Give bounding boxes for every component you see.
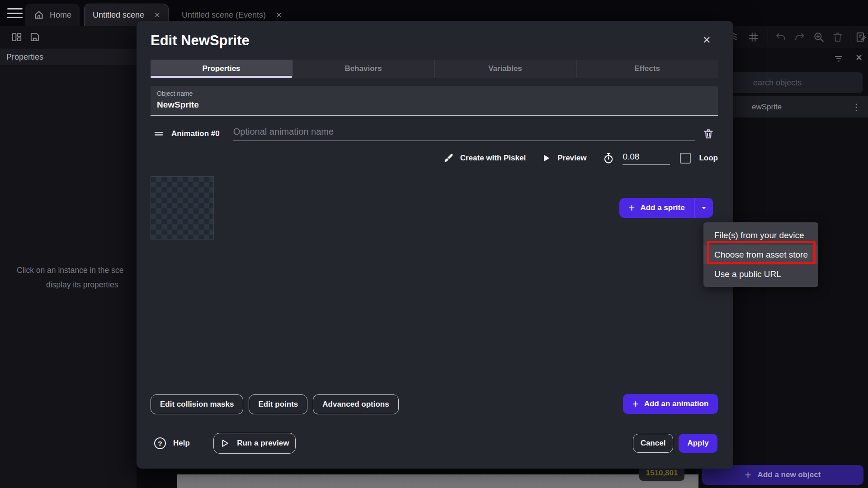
add-sprite-dropdown-toggle[interactable] bbox=[694, 198, 713, 218]
menu-item-use-public-url[interactable]: Use a public URL bbox=[703, 264, 818, 284]
create-with-piskel-button[interactable]: Create with Piskel bbox=[443, 153, 526, 164]
advanced-options-button[interactable]: Advanced options bbox=[313, 394, 398, 414]
plus-icon: + bbox=[745, 469, 751, 481]
events-editor-icon[interactable] bbox=[855, 31, 867, 43]
add-a-sprite-label: Add a sprite bbox=[640, 203, 684, 212]
tab-events-label: Untitled scene (Events) bbox=[182, 10, 266, 20]
object-list-item-label: ewSprite bbox=[752, 103, 782, 112]
redo-icon[interactable] bbox=[794, 31, 806, 43]
close-tab-icon[interactable]: ✕ bbox=[276, 11, 282, 19]
loop-label: Loop bbox=[699, 154, 718, 163]
frame-duration-input[interactable] bbox=[623, 152, 670, 165]
object-name-field: Object name bbox=[151, 86, 718, 116]
plus-icon: + bbox=[632, 398, 639, 410]
dialog-tabs: Properties Behaviors Variables Effects bbox=[151, 60, 718, 78]
play-outline-icon bbox=[220, 438, 230, 448]
drag-handle-icon[interactable] bbox=[153, 128, 164, 139]
animation-name-input[interactable] bbox=[233, 127, 695, 141]
chevron-down-icon bbox=[700, 204, 708, 212]
close-tab-icon[interactable]: ✕ bbox=[154, 11, 160, 19]
apply-button[interactable]: Apply bbox=[679, 434, 717, 453]
preview-label: Preview bbox=[557, 154, 586, 163]
animation-tools-row: Create with Piskel Preview Loop bbox=[151, 149, 718, 167]
animation-row: Animation #0 bbox=[151, 125, 718, 143]
add-new-object-label: Add a new object bbox=[758, 470, 821, 479]
tab-variables-label: Variables bbox=[488, 64, 522, 73]
menu-item-files-from-device[interactable]: File(s) from your device bbox=[703, 225, 818, 245]
home-icon bbox=[33, 9, 44, 20]
help-button[interactable]: ? Help bbox=[154, 437, 190, 449]
close-dialog-icon[interactable]: ✕ bbox=[703, 34, 711, 46]
help-label: Help bbox=[173, 439, 190, 448]
search-objects-input[interactable] bbox=[713, 72, 863, 93]
active-tab-underline bbox=[151, 76, 292, 78]
gdevelop-app: Home Untitled scene ✕ Untitled scene (Ev… bbox=[0, 0, 868, 488]
properties-panel-title: Properties bbox=[0, 49, 137, 65]
sprite-frame-placeholder bbox=[151, 176, 214, 239]
stopwatch-icon bbox=[603, 152, 614, 164]
edit-collision-masks-button[interactable]: Edit collision masks bbox=[151, 394, 243, 414]
loop-checkbox[interactable] bbox=[680, 153, 691, 164]
main-menu-icon[interactable] bbox=[7, 8, 23, 18]
panels-layout-icon[interactable] bbox=[11, 31, 23, 43]
zoom-in-icon[interactable] bbox=[813, 31, 825, 43]
close-panel-icon[interactable]: ✕ bbox=[855, 52, 863, 63]
tab-effects[interactable]: Effects bbox=[576, 60, 718, 78]
object-name-label: Object name bbox=[157, 90, 712, 97]
toolbar-divider bbox=[850, 30, 850, 44]
create-with-piskel-label: Create with Piskel bbox=[460, 154, 526, 163]
add-an-animation-label: Add an animation bbox=[644, 399, 709, 408]
toolbar-divider bbox=[768, 30, 768, 44]
tab-properties[interactable]: Properties bbox=[151, 60, 292, 78]
object-list-item[interactable]: ewSprite ⋮ bbox=[712, 96, 868, 117]
properties-empty-message-line1: Click on an instance in the sce bbox=[17, 266, 123, 275]
grid-icon[interactable] bbox=[748, 31, 760, 43]
tab-properties-label: Properties bbox=[202, 64, 240, 73]
undo-icon[interactable] bbox=[775, 31, 787, 43]
add-an-animation-button[interactable]: + Add an animation bbox=[623, 394, 718, 414]
properties-empty-message-line2: display its properties bbox=[46, 280, 118, 290]
edit-object-dialog: Edit NewSprite ✕ Properties Behaviors Va… bbox=[137, 21, 733, 469]
filter-icon[interactable] bbox=[833, 53, 844, 64]
properties-panel: Properties Click on an instance in the s… bbox=[0, 48, 137, 488]
question-icon: ? bbox=[154, 437, 166, 449]
object-name-input[interactable] bbox=[157, 100, 712, 110]
run-a-preview-button[interactable]: Run a preview bbox=[213, 433, 296, 454]
add-sprite-dropdown-menu: File(s) from your device Choose from ass… bbox=[703, 222, 818, 287]
add-a-sprite-split-button: + Add a sprite bbox=[619, 198, 713, 218]
animation-index-label: Animation #0 bbox=[171, 129, 220, 138]
tab-home[interactable]: Home bbox=[25, 4, 80, 26]
tab-variables[interactable]: Variables bbox=[434, 60, 576, 78]
add-a-sprite-button[interactable]: + Add a sprite bbox=[619, 198, 694, 218]
preview-button[interactable]: Preview bbox=[541, 153, 586, 163]
sprite-edit-buttons: Edit collision masks Edit points Advance… bbox=[151, 394, 399, 414]
menu-item-choose-from-asset-store[interactable]: Choose from asset store bbox=[703, 245, 818, 264]
save-icon[interactable] bbox=[29, 31, 41, 43]
object-menu-dots-icon[interactable]: ⋮ bbox=[852, 102, 861, 113]
tab-behaviors-label: Behaviors bbox=[344, 64, 382, 73]
paintbrush-icon bbox=[443, 153, 454, 164]
plus-icon: + bbox=[628, 202, 635, 214]
tab-scene-label: Untitled scene bbox=[93, 10, 144, 20]
dialog-title: Edit NewSprite bbox=[151, 33, 250, 49]
run-a-preview-label: Run a preview bbox=[237, 439, 289, 448]
delete-animation-trash-icon[interactable] bbox=[703, 128, 714, 140]
tab-home-label: Home bbox=[50, 10, 71, 20]
play-icon bbox=[541, 153, 551, 163]
edit-points-button[interactable]: Edit points bbox=[249, 394, 307, 414]
scene-canvas bbox=[177, 474, 698, 488]
delete-icon[interactable] bbox=[832, 31, 844, 43]
cancel-button[interactable]: Cancel bbox=[633, 434, 673, 453]
tab-effects-label: Effects bbox=[634, 64, 660, 73]
dialog-footer: ? Help Run a preview Cancel Apply bbox=[151, 433, 718, 454]
tab-behaviors[interactable]: Behaviors bbox=[292, 60, 434, 78]
